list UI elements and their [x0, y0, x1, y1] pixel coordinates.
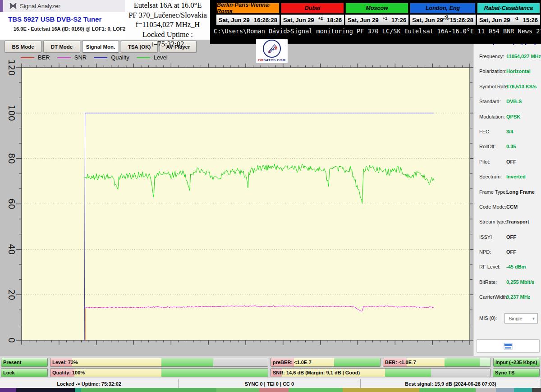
- meter-sync-ts: Sync TS: [493, 368, 540, 377]
- transponder-row-label: BitRate:: [479, 279, 497, 285]
- svg-text:60: 60: [7, 198, 17, 209]
- transponder-rows: Frequency:11054,027 MHzPolarization:Hori…: [474, 50, 541, 306]
- clock-city-label: London, Eng: [410, 3, 476, 14]
- clock-utc-offset: +1: [379, 16, 391, 21]
- transponder-row-value: 176,513 KS/s: [506, 84, 536, 89]
- tab-dt-mode[interactable]: DT Mode: [43, 41, 80, 53]
- meter-segment: [161, 358, 214, 366]
- legend-label: BER: [38, 54, 50, 61]
- status-meters: PresentLevel: 73%preBER: <1.0E-7BER: <1.…: [0, 356, 541, 378]
- transponder-row-label: NPD:: [479, 249, 491, 255]
- backdrop-segment: [289, 388, 343, 392]
- transponder-row-1: Frequency:11054,027 MHz: [474, 50, 541, 65]
- console-command-line[interactable]: C:\Users\Roman Dávid>Signal monitoring_P…: [214, 27, 541, 35]
- clock-time-row: Sat, Jun 29-115:26: [477, 14, 540, 25]
- console-window[interactable]: Berlin-Paris-Vienna-RomaSat, Jun 2916:26…: [210, 0, 541, 44]
- transponder-row-value: Long Frame: [506, 189, 535, 195]
- clock-city-label: Berlin-Paris-Vienna-Roma: [216, 3, 280, 14]
- transponder-row-label: Code Mode:: [479, 204, 506, 210]
- meter-input-235-kbps-: Input (~235 Kbps): [493, 358, 540, 367]
- meter-level: Level: 73%: [50, 358, 268, 367]
- legend-swatch-snr: [57, 57, 71, 58]
- legend-item-level: Level: [137, 54, 168, 61]
- satellite-dish-icon: [263, 40, 281, 58]
- dxsatcs-logo: DXSATCS.COM: [256, 39, 288, 63]
- backdrop-segment: [0, 388, 16, 392]
- clock-time-row: Sat, Jun 2916:26:28: [216, 14, 280, 25]
- annotation-line-3: f=11054,027 MHz_H: [125, 20, 210, 30]
- backdrop-segment: [419, 388, 476, 392]
- meter-label: SNR: 14,6 dB (Margin: 9,1 dB | Good): [273, 370, 360, 375]
- capture-button[interactable]: [477, 339, 540, 353]
- transponder-row-label: Spectrum:: [479, 174, 502, 179]
- clock-time-value: 16:26:28: [254, 17, 277, 23]
- transponder-row-4: Standard:DVB-S: [474, 95, 541, 110]
- transponder-row-7: RollOff:0.35: [474, 140, 541, 155]
- background-window-sliver: [0, 388, 541, 392]
- transponder-row-label: Pilot:: [479, 159, 490, 164]
- annotation-overlay: Eutelsat 16A at 16.0°EPF 370_Lučenec/Slo…: [125, 0, 210, 40]
- title-bar: Signal Analyzer: [0, 0, 125, 12]
- clock-utc-offset: -1: [510, 16, 523, 21]
- meter-segment: [72, 358, 161, 366]
- legend-swatch-quality: [94, 57, 107, 58]
- transponder-row-12: Stream type:Transport: [474, 215, 541, 230]
- clock-time-row: Sat, Jun 29+117:26: [345, 14, 408, 25]
- meter-quality: Quality: 100%: [50, 368, 268, 377]
- backdrop-segment: [343, 388, 419, 392]
- clock-time-row: Sat, Jun 29+218:26: [281, 14, 344, 25]
- clock-time-value: 17:26: [391, 17, 406, 23]
- meter-label: Lock: [3, 370, 15, 375]
- transponder-row-10: Frame Type:Long Frame: [474, 186, 541, 201]
- svg-text:120: 120: [7, 59, 17, 76]
- world-clocks: Berlin-Paris-Vienna-RomaSat, Jun 2916:26…: [216, 3, 540, 25]
- meter-snr: SNR: 14,6 dB (Margin: 9,1 dB | Good): [270, 368, 491, 377]
- annotation-line-4: Locked Uptime : t=75:32:02: [125, 30, 210, 49]
- transponder-row-value: 11054,027 MHz: [506, 54, 541, 59]
- svg-text:20: 20: [7, 289, 17, 300]
- meter-segment: [214, 358, 268, 366]
- meter-label: Level: 73%: [52, 360, 78, 365]
- app-icon: [9, 2, 17, 10]
- transponder-row-8: Pilot:OFF: [474, 155, 541, 170]
- annotation-line-2: PF 370_Lučenec/Slovakia: [125, 10, 210, 20]
- clock-1: Berlin-Paris-Vienna-RomaSat, Jun 2916:26…: [216, 3, 280, 25]
- legend-label: SNR: [74, 54, 87, 61]
- tab-bs-mode[interactable]: BS Mode: [5, 41, 41, 53]
- backdrop-segment: [75, 388, 81, 392]
- transponder-row-label: FEC:: [479, 129, 491, 134]
- legend-label: Quality: [111, 54, 129, 61]
- clock-5: Rabat-CasablancaSat, Jun 29-115:26: [477, 3, 540, 25]
- legend-swatch-ber: [21, 57, 34, 58]
- backdrop-segment: [496, 388, 514, 392]
- transponder-row-label: Frequency:: [479, 54, 504, 59]
- backdrop-segment: [81, 388, 216, 392]
- transponder-row-label: Modulation:: [479, 114, 505, 119]
- transponder-row-value: QPSK: [506, 114, 520, 119]
- meter-segment: [334, 358, 380, 366]
- clock-date: Sat, Jun 29: [479, 17, 510, 23]
- meter-segment: [385, 369, 431, 377]
- clock-time-value: 15:26: [523, 17, 538, 23]
- transponder-row-value: Horizontal: [506, 68, 531, 74]
- clock-date: Sat, Jun 29: [283, 17, 314, 23]
- tab-signal-mon-[interactable]: Signal Mon.: [82, 41, 119, 53]
- svg-text:80: 80: [7, 153, 17, 164]
- clock-utc-offset: -1DST: [443, 14, 450, 23]
- transponder-row-16: BitRate:0,255 Mbit/s: [474, 276, 541, 291]
- backdrop-segment: [476, 388, 496, 392]
- clock-date: Sat, Jun 29: [412, 17, 443, 23]
- clock-city-label: Moscow: [345, 3, 408, 14]
- svg-text:40: 40: [7, 244, 17, 255]
- transponder-row-15: RF Level:-45 dBm: [474, 260, 541, 275]
- meter-label: preBER: <1.0E-7: [273, 360, 312, 365]
- transponder-row-value: 3/4: [506, 129, 513, 134]
- chevron-down-icon: ▾: [532, 316, 535, 321]
- chart-legend: BERSNRQualityLevel: [21, 54, 168, 61]
- meter-present: Present: [1, 358, 48, 367]
- meter-row-1: PresentLevel: 73%preBER: <1.0E-7BER: <1.…: [1, 358, 540, 367]
- mis-select[interactable]: Single ▾: [504, 313, 538, 324]
- mis-row: MIS (0): Single ▾: [474, 312, 541, 325]
- transponder-row-14: NPD:OFF: [474, 246, 541, 260]
- status-section-1: Locked -> Uptime: 75:32:02: [0, 379, 179, 388]
